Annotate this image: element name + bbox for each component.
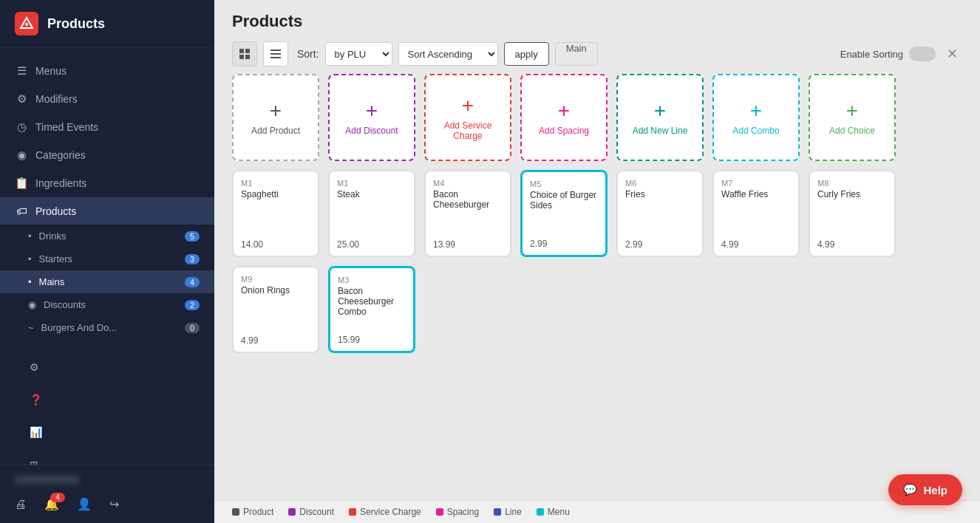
sidebar-item-label: Modifiers [35, 93, 78, 105]
add-service-charge-card[interactable]: + Add Service Charge [424, 74, 511, 161]
product-card-spaghetti[interactable]: M1 Spaghetti 14.00 [232, 170, 319, 257]
burgers-badge: 0 [185, 323, 200, 333]
products-grid: + Add Product + Add Discount + Add Servi… [232, 74, 962, 365]
drinks-bullet: • [28, 230, 32, 242]
svg-rect-8 [270, 57, 281, 58]
ingredients-icon: 📋 [15, 177, 28, 190]
add-discount-card[interactable]: + Add Discount [328, 74, 415, 161]
sidebar-item-categories[interactable]: ◉ Categories [0, 141, 214, 169]
add-new-line-label: Add New Line [633, 126, 688, 136]
layers-icon: ⊞ [30, 459, 38, 465]
print-icon[interactable]: 🖨 [15, 498, 27, 511]
timed-events-icon: ◷ [15, 120, 28, 134]
sidebar-sub-item-drinks[interactable]: • Drinks 5 [0, 225, 214, 247]
add-choice-label: Add Choice [829, 126, 875, 136]
sidebar-item-label: Menus [35, 65, 67, 77]
add-product-plus-icon: + [270, 100, 282, 121]
product-card-bacon-cheeseburger[interactable]: M4 Bacon Cheeseburger 13.99 [424, 170, 511, 257]
apply-button[interactable]: apply [504, 42, 549, 66]
add-discount-label: Add Discount [345, 126, 398, 136]
sidebar-item-layers[interactable]: ⊞ [15, 451, 200, 465]
legend-dot-line [494, 508, 501, 516]
product-name: Waffle Fries [721, 189, 791, 236]
sidebar-sub-item-starters[interactable]: • Starters 3 [0, 247, 214, 270]
grid-view-button[interactable] [232, 41, 257, 66]
sidebar-item-modifiers[interactable]: ⚙ Modifiers [0, 85, 214, 113]
product-name: Onion Rings [241, 285, 310, 332]
product-card-choice-burger-sides[interactable]: M5 Choice of Burger Sides 2.99 [520, 170, 608, 257]
sidebar-item-settings[interactable]: ⚙ [15, 354, 200, 380]
sidebar-item-label: Products [35, 205, 76, 217]
add-combo-plus-icon: + [750, 100, 762, 121]
logout-icon[interactable]: ↪ [109, 497, 119, 511]
legend-dot-discount [288, 508, 296, 516]
product-sku: M4 [433, 179, 503, 188]
add-combo-label: Add Combo [732, 126, 779, 136]
sidebar-item-timed-events[interactable]: ◷ Timed Events [0, 113, 214, 141]
add-combo-card[interactable]: + Add Combo [712, 74, 800, 161]
product-sku: M3 [338, 276, 406, 284]
product-card-steak[interactable]: M1 Steak 25.00 [328, 170, 415, 257]
menus-icon: ☰ [15, 64, 28, 78]
profile-icon[interactable]: 👤 [77, 497, 92, 511]
product-name: Bacon Cheeseburger [433, 189, 503, 236]
product-sku: M6 [625, 179, 695, 188]
enable-sorting-toggle[interactable] [909, 47, 936, 61]
enable-sorting-label: Enable Sorting [840, 49, 903, 60]
sidebar-item-label: Categories [35, 149, 86, 161]
legend-service-charge: Service Charge [349, 507, 421, 517]
sidebar-sub-item-discounts[interactable]: ◉ Discounts 2 [0, 293, 214, 316]
add-spacing-card[interactable]: + Add Spacing [520, 74, 608, 161]
legend-label-product: Product [243, 507, 273, 517]
notifications-icon[interactable]: 🔔 4 [44, 497, 59, 511]
product-card-waffle-fries[interactable]: M7 Waffle Fries 4.99 [712, 170, 800, 257]
sidebar-header: Products [0, 0, 214, 48]
product-price: 15.99 [338, 335, 406, 345]
sidebar-item-reports[interactable]: 📊 [15, 419, 200, 445]
sort-order-select[interactable]: Sort Ascending Sort Descending [398, 42, 498, 66]
help-icon: 💬 [903, 483, 917, 496]
product-name: Curly Fries [817, 189, 887, 236]
svg-point-1 [25, 23, 28, 26]
add-product-card[interactable]: + Add Product [232, 74, 319, 161]
starters-bullet: • [28, 253, 32, 264]
help-label: Help [923, 484, 947, 496]
product-card-onion-rings[interactable]: M9 Onion Rings 4.99 [232, 266, 319, 353]
product-card-bacon-cheeseburger-combo[interactable]: M3 Bacon Cheeseburger Combo 15.99 [328, 266, 415, 353]
product-name: Steak [337, 189, 406, 236]
sub-item-label: Starters [39, 253, 73, 264]
list-view-button[interactable] [263, 41, 288, 66]
product-price: 4.99 [721, 239, 791, 250]
sidebar-sub-item-burgers[interactable]: ~ Burgers And Do... 0 [0, 316, 214, 339]
product-card-curly-fries[interactable]: M8 Curly Fries 4.99 [809, 170, 896, 257]
sidebar-item-products[interactable]: 🏷 Products [0, 197, 214, 225]
sidebar-username: XXXXXXXXXX [15, 474, 200, 485]
product-price: 4.99 [817, 239, 887, 250]
products-icon: 🏷 [15, 205, 28, 217]
product-name: Bacon Cheeseburger Combo [338, 286, 406, 332]
sort-by-select[interactable]: by PLU by Name by Price [325, 42, 392, 66]
mains-badge: 4 [185, 277, 200, 287]
legend-discount: Discount [288, 507, 334, 517]
product-price: 14.00 [241, 239, 310, 250]
legend-dot-product [232, 508, 239, 516]
product-sku: M8 [817, 179, 887, 188]
product-card-fries[interactable]: M6 Fries 2.99 [616, 170, 704, 257]
add-new-line-card[interactable]: + Add New Line [616, 74, 704, 161]
help-button[interactable]: 💬 Help [888, 474, 962, 505]
settings-icon: ⚙ [30, 361, 39, 373]
add-spacing-label: Add Spacing [539, 126, 589, 136]
close-button[interactable]: ✕ [942, 44, 962, 64]
product-name: Fries [625, 189, 695, 236]
toolbar: Sort: by PLU by Name by Price Sort Ascen… [214, 37, 980, 74]
sidebar-item-ingredients[interactable]: 📋 Ingredients [0, 169, 214, 197]
product-price: 13.99 [433, 239, 503, 250]
legend-label-spacing: Spacing [447, 507, 479, 517]
svg-rect-3 [245, 49, 250, 53]
sidebar-sub-item-mains[interactable]: • Mains 4 [0, 270, 214, 293]
legend-menu: Menu [537, 507, 570, 517]
sidebar-item-menus[interactable]: ☰ Menus [0, 57, 214, 85]
add-choice-card[interactable]: + Add Choice [809, 74, 896, 161]
sidebar-item-help-nav[interactable]: ❓ [15, 386, 200, 413]
main-tab: Main [555, 42, 598, 66]
